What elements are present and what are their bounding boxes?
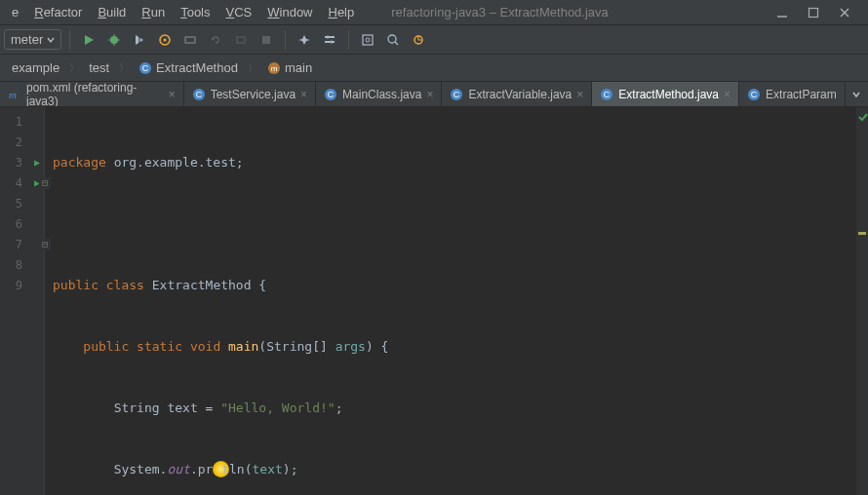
svg-text:m: m — [271, 64, 278, 73]
chevron-right-icon: 〉 — [117, 61, 131, 75]
close-button[interactable] — [839, 7, 850, 19]
menu-truncated[interactable]: e — [4, 2, 26, 22]
menu-run[interactable]: Run — [134, 2, 173, 22]
code-line: System.out.pritln(text); — [53, 459, 856, 479]
separator — [69, 30, 70, 50]
close-icon[interactable]: × — [300, 88, 307, 101]
run-button[interactable] — [78, 29, 99, 51]
breadcrumb-test[interactable]: test — [83, 58, 115, 77]
tabs-overflow-button[interactable] — [846, 82, 868, 106]
close-icon[interactable]: × — [576, 88, 583, 101]
tab-testservice[interactable]: C TestService.java × — [184, 82, 316, 106]
code-line: public static void main(String[] args) { — [53, 336, 856, 357]
close-icon[interactable]: × — [426, 88, 433, 101]
tab-mainclass[interactable]: C MainClass.java × — [316, 82, 442, 106]
tab-extractvariable[interactable]: C ExtractVariable.java × — [442, 82, 592, 106]
debug-button[interactable] — [103, 29, 125, 51]
minimize-button[interactable] — [776, 7, 788, 19]
code-editor[interactable]: 1 2 3▶ 4▶⊟ 5 6 7⊟ 8 9 package org.exampl… — [0, 107, 868, 495]
gutter-line: 8 — [0, 254, 44, 275]
svg-point-16 — [327, 35, 330, 38]
class-icon: C — [600, 88, 613, 101]
separator — [285, 30, 286, 50]
code-area[interactable]: package org.example.test; public class E… — [45, 107, 856, 495]
tab-label: ExtractVariable.java — [468, 88, 572, 101]
tab-pom[interactable]: m pom.xml (refactoring-java3) × — [0, 82, 184, 106]
svg-line-21 — [395, 42, 398, 45]
tab-label: pom.xml (refactoring-java3) — [26, 82, 164, 107]
search-icon[interactable] — [382, 29, 404, 51]
svg-text:C: C — [195, 90, 202, 99]
svg-text:C: C — [751, 90, 758, 99]
svg-text:m: m — [9, 89, 17, 100]
breadcrumb-label: main — [285, 60, 312, 75]
breadcrumb-label: ExtractMethod — [156, 60, 238, 75]
svg-rect-12 — [237, 37, 245, 43]
tab-label: MainClass.java — [342, 88, 421, 101]
separator — [348, 30, 349, 50]
svg-point-20 — [388, 35, 396, 43]
menu-help[interactable]: Help — [321, 2, 363, 22]
maximize-button[interactable] — [808, 7, 819, 19]
editor-tabs: m pom.xml (refactoring-java3) × C TestSe… — [0, 82, 868, 107]
settings-icon[interactable] — [319, 29, 340, 51]
window-title: refactoring-java3 – ExtractMethod.java — [362, 5, 776, 19]
gutter-line: 6 — [0, 213, 44, 234]
code-line: public class ExtractMethod { — [53, 275, 856, 295]
gutter-line: 1 — [0, 111, 44, 132]
step-button[interactable] — [230, 29, 252, 51]
breadcrumb-label: test — [89, 60, 109, 75]
method-icon: m — [267, 61, 281, 75]
class-icon: C — [324, 88, 337, 101]
svg-rect-18 — [363, 35, 373, 45]
close-icon[interactable]: × — [169, 88, 176, 101]
coverage-button[interactable] — [129, 29, 150, 51]
breadcrumb-class[interactable]: C ExtractMethod — [133, 58, 244, 77]
close-icon[interactable]: × — [724, 88, 730, 101]
gutter[interactable]: 1 2 3▶ 4▶⊟ 5 6 7⊟ 8 9 — [0, 107, 45, 495]
window-controls — [776, 7, 864, 19]
error-stripe[interactable] — [856, 107, 868, 495]
tab-label: TestService.java — [211, 88, 296, 101]
gutter-line: 5 — [0, 193, 44, 213]
gutter-line: 3▶ — [0, 152, 44, 172]
run-config-selector[interactable]: meter — [4, 29, 61, 50]
tab-extractparam[interactable]: C ExtractParam — [739, 82, 846, 106]
breadcrumb-label: example — [12, 60, 59, 75]
run-config-label: meter — [11, 32, 43, 47]
code-line: package org.example.test; — [53, 152, 856, 172]
tab-extractmethod[interactable]: C ExtractMethod.java × — [592, 82, 739, 106]
menu-build[interactable]: Build — [90, 2, 134, 22]
breadcrumb-method[interactable]: m main — [261, 58, 318, 77]
rerun-button[interactable] — [205, 29, 226, 51]
profile-button[interactable] — [154, 29, 176, 51]
class-icon: C — [450, 88, 463, 101]
svg-point-17 — [331, 40, 334, 43]
chevron-right-icon: 〉 — [67, 61, 81, 75]
code-line: String text = "Hello, World!"; — [53, 398, 856, 418]
menu-refactor[interactable]: Refactor — [26, 2, 90, 22]
svg-rect-13 — [262, 36, 270, 44]
gutter-line: 4▶⊟ — [0, 172, 44, 193]
stripe-marker[interactable] — [858, 232, 866, 235]
breadcrumb-bar: example 〉 test 〉 C ExtractMethod 〉 m mai… — [0, 55, 868, 82]
menu-vcs[interactable]: VCS — [218, 2, 260, 22]
svg-text:C: C — [604, 90, 611, 99]
svg-point-4 — [110, 36, 118, 44]
class-icon: C — [747, 88, 761, 101]
maven-icon: m — [8, 88, 21, 101]
breadcrumb-example[interactable]: example — [6, 58, 65, 77]
updates-icon[interactable] — [408, 29, 429, 51]
gutter-line: 7⊟ — [0, 234, 44, 254]
analysis-ok-icon — [857, 111, 868, 123]
chevron-down-icon — [47, 36, 55, 44]
device-frame-icon[interactable] — [357, 29, 378, 51]
attach-button[interactable] — [179, 29, 201, 51]
stop-button[interactable] — [256, 29, 277, 51]
menu-tools[interactable]: Tools — [173, 2, 217, 22]
run-gutter-icon[interactable]: ▶ — [34, 157, 40, 168]
menu-window[interactable]: Window — [259, 2, 320, 22]
gutter-line: 2 — [0, 132, 44, 152]
chevron-right-icon: 〉 — [246, 61, 259, 75]
build-button[interactable] — [294, 29, 315, 51]
